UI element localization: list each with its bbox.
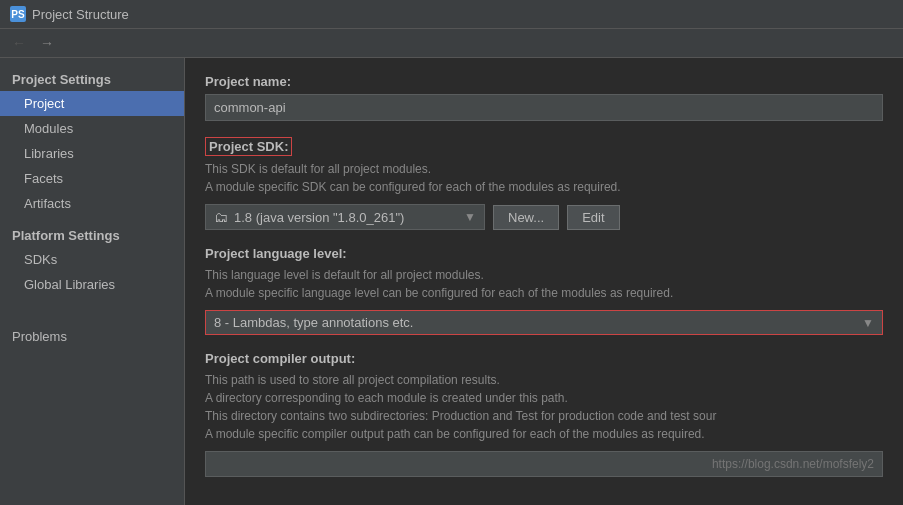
project-name-label: Project name: [205, 74, 883, 89]
compiler-output-group: Project compiler output: This path is us… [205, 351, 883, 477]
sidebar-item-artifacts[interactable]: Artifacts [0, 191, 184, 216]
sidebar-item-sdks[interactable]: SDKs [0, 247, 184, 272]
nav-bar: ← → [0, 29, 903, 58]
lang-level-group: Project language level: This language le… [205, 246, 883, 335]
sdk-folder-icon: 🗂 [214, 209, 228, 225]
sdk-edit-button[interactable]: Edit [567, 205, 619, 230]
lang-level-dropdown[interactable]: 8 - Lambdas, type annotations etc. ▼ [205, 310, 883, 335]
project-settings-header: Project Settings [0, 66, 184, 91]
lang-level-desc: This language level is default for all p… [205, 266, 883, 302]
sdk-dropdown-text: 1.8 (java version "1.8.0_261") [234, 210, 464, 225]
sidebar-item-project[interactable]: Project [0, 91, 184, 116]
lang-level-arrow-icon: ▼ [862, 316, 874, 330]
sidebar-item-libraries[interactable]: Libraries [0, 141, 184, 166]
sidebar-item-problems[interactable]: Problems [0, 321, 184, 352]
title-bar-text: Project Structure [32, 7, 129, 22]
compiler-output-desc: This path is used to store all project c… [205, 371, 883, 443]
content-area: Project name: Project SDK: This SDK is d… [185, 58, 903, 505]
project-sdk-label: Project SDK: [205, 137, 292, 156]
project-name-input[interactable] [205, 94, 883, 121]
app-icon: PS [10, 6, 26, 22]
title-bar: PS Project Structure [0, 0, 903, 29]
lang-level-label: Project language level: [205, 246, 883, 261]
sdk-new-button[interactable]: New... [493, 205, 559, 230]
sidebar-item-modules[interactable]: Modules [0, 116, 184, 141]
lang-level-value: 8 - Lambdas, type annotations etc. [214, 315, 862, 330]
compiler-output-label: Project compiler output: [205, 351, 883, 366]
sdk-row: 🗂 1.8 (java version "1.8.0_261") ▼ New..… [205, 204, 883, 230]
platform-settings-header: Platform Settings [0, 222, 184, 247]
compiler-output-input[interactable] [205, 451, 883, 477]
project-name-group: Project name: [205, 74, 883, 121]
sidebar-item-facets[interactable]: Facets [0, 166, 184, 191]
sdk-dropdown-arrow-icon: ▼ [464, 210, 476, 224]
sdk-desc1: This SDK is default for all project modu… [205, 160, 883, 196]
back-button[interactable]: ← [8, 33, 30, 53]
main-layout: Project Settings Project Modules Librari… [0, 58, 903, 505]
forward-button[interactable]: → [36, 33, 58, 53]
project-sdk-group: Project SDK: This SDK is default for all… [205, 137, 883, 230]
sdk-dropdown[interactable]: 🗂 1.8 (java version "1.8.0_261") ▼ [205, 204, 485, 230]
sidebar-item-global-libraries[interactable]: Global Libraries [0, 272, 184, 297]
sidebar: Project Settings Project Modules Librari… [0, 58, 185, 505]
